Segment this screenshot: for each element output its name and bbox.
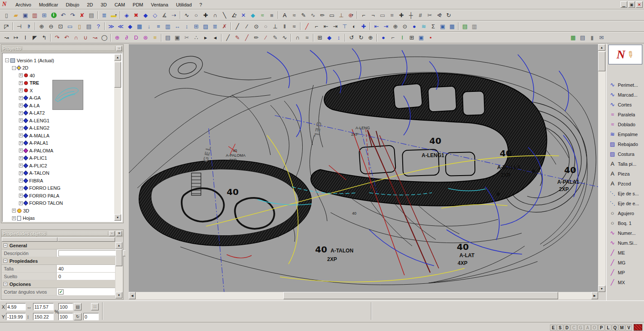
corner-open-button[interactable]: ⌐	[359, 11, 368, 20]
menu-modificar[interactable]: Modificar	[35, 1, 62, 9]
status-indicator-icon[interactable]	[634, 324, 642, 331]
zoom-in-button[interactable]: ⊕	[37, 22, 46, 31]
scroll-up-button[interactable]: ▲	[598, 44, 605, 51]
tool-cortes[interactable]: ∿Cortes	[608, 100, 643, 109]
red-line-button[interactable]: ╱	[302, 22, 312, 31]
tool-me[interactable]: ╱ME	[608, 248, 643, 258]
collapse-icon[interactable]: −	[3, 259, 7, 263]
paste-special-button[interactable]: ∴	[191, 33, 201, 42]
tool-talla-pi[interactable]: ATalla pi...	[608, 159, 643, 169]
expand-icon[interactable]: +	[19, 81, 23, 85]
tree-item-a-lat2[interactable]: +A-LAT2	[3, 109, 113, 117]
scroll-up-button[interactable]: ▲	[115, 242, 122, 249]
expand-icon[interactable]: +	[19, 201, 23, 205]
mode-m-toggle[interactable]: M	[619, 325, 625, 331]
open-folder-button[interactable]: ▰	[11, 11, 21, 20]
tool-marcad[interactable]: ∿Marcad...	[608, 90, 643, 100]
align-right-button[interactable]: ⇥	[331, 22, 340, 31]
trim-button[interactable]: ▭	[378, 11, 387, 20]
divide-button[interactable]: ┼	[406, 11, 416, 20]
scroll-thumb[interactable]	[598, 52, 605, 71]
green-beam-button[interactable]: I	[398, 33, 407, 42]
zoom-y-input[interactable]	[58, 313, 73, 320]
frame-button[interactable]: ▣	[438, 22, 447, 31]
expand-icon[interactable]: +	[19, 88, 23, 92]
point-button[interactable]: ✚	[201, 11, 210, 20]
draw-line-button[interactable]: ╱	[223, 33, 233, 42]
tree-item-2d[interactable]: -2D	[3, 64, 113, 72]
ibeam-button[interactable]: I	[21, 33, 30, 42]
arc-bottom-button[interactable]: ∪	[81, 33, 90, 42]
tree-item-3d[interactable]: +3D	[3, 207, 113, 215]
yellow-lines-button[interactable]: ≡	[150, 33, 160, 42]
horizontal-lines-button[interactable]: ≡	[154, 22, 163, 31]
tree-item-40[interactable]: +40	[3, 72, 113, 79]
spline-button[interactable]: ≈	[258, 11, 267, 20]
fit-curve-button[interactable]: ≈	[289, 22, 299, 31]
expand-icon[interactable]: +	[19, 156, 23, 160]
perpendicular-button[interactable]: ⊥	[270, 22, 280, 31]
expand-icon[interactable]: +	[19, 164, 23, 167]
angle-button[interactable]: ∢▾	[434, 11, 444, 20]
help-button[interactable]: ?	[94, 22, 103, 31]
draw-pen-button[interactable]: ✏	[252, 33, 261, 42]
freehand-button[interactable]: ∿	[308, 11, 318, 20]
mode-e-toggle[interactable]: E	[550, 325, 556, 331]
sum-button[interactable]: Σ	[428, 22, 438, 31]
zoom-step-button[interactable]: ▤	[74, 303, 82, 310]
scroll-right-button[interactable]: ▶	[591, 292, 598, 299]
expand-icon[interactable]: +	[19, 111, 23, 115]
collapse-icon[interactable]: -	[5, 58, 9, 62]
curve-approx-button[interactable]: ≈	[302, 33, 312, 42]
mode-s-toggle[interactable]: S	[557, 325, 563, 331]
width-input[interactable]	[33, 303, 54, 310]
arc-top-button[interactable]: ∩	[71, 33, 81, 42]
move-free-button[interactable]: ✚	[359, 22, 368, 31]
mode-q-toggle[interactable]: Q	[612, 325, 618, 331]
tool-paralela[interactable]: ≈Paralela	[608, 109, 643, 119]
polyline-button[interactable]: ∠▾	[229, 11, 239, 20]
close-button[interactable]: ✕	[636, 1, 643, 8]
section-propiedades[interactable]: −Propiedades	[2, 257, 115, 265]
arc-ccw-button[interactable]: ↶	[62, 33, 71, 42]
blue-circle-button[interactable]: ●	[379, 33, 388, 42]
tool-agujero[interactable]: ○Agujero	[608, 208, 643, 218]
menu-pdm[interactable]: PDM	[129, 1, 147, 9]
insert-piece-button[interactable]: ◈	[122, 11, 131, 20]
zoom-x-input[interactable]	[58, 303, 73, 310]
menu-archivo[interactable]: Archivo	[12, 1, 35, 9]
project-panel-restore-button[interactable]: ▫	[116, 46, 122, 51]
scroll-thumb[interactable]	[115, 249, 122, 266]
expand-icon[interactable]: +	[19, 126, 23, 130]
arc-button[interactable]: ∩	[210, 11, 220, 20]
expand-icon[interactable]: +	[19, 96, 23, 100]
map-arrow-button[interactable]: ↦	[11, 33, 21, 42]
ellipse-button[interactable]: ◯	[100, 33, 109, 42]
collapse-icon[interactable]: −	[3, 243, 7, 247]
mode-l-toggle[interactable]: L	[605, 325, 611, 331]
stack-button[interactable]: ≣	[210, 22, 220, 31]
tangent-circle-button[interactable]: ○	[261, 22, 270, 31]
mode-d-toggle[interactable]: D	[564, 325, 570, 331]
export-curve-button[interactable]: ⇢	[169, 11, 179, 20]
next-piece-button[interactable]: ≫	[106, 22, 116, 31]
fill-color-button[interactable]: ▬▾	[109, 11, 118, 20]
tool-boq-1[interactable]: ○Boq. 1	[608, 218, 643, 228]
extend-button[interactable]: ≡	[387, 11, 397, 20]
step-back-button[interactable]: ◂	[210, 33, 220, 42]
half-circle-button[interactable]: ◐	[349, 22, 359, 31]
zoom-out-button[interactable]: ⊖	[46, 22, 56, 31]
scissors-button[interactable]: ✂	[425, 11, 434, 20]
curve-arc-button[interactable]: ∩	[293, 33, 302, 42]
draw-edit-button[interactable]: ✎	[270, 33, 280, 42]
section-opciones[interactable]: −Opciones	[2, 280, 115, 288]
mode-v-toggle[interactable]: V	[626, 325, 632, 331]
line-button[interactable]: ╲	[220, 11, 229, 20]
draw-pencil-button[interactable]: ✎	[233, 33, 242, 42]
copy-format-button[interactable]: ▤	[87, 11, 96, 20]
canvas-horizontal-scrollbar[interactable]: ◀ ▶	[129, 292, 598, 299]
expand-icon[interactable]: +	[12, 209, 16, 213]
scroll-down-button[interactable]: ▼	[598, 285, 605, 292]
rotate-reset-button[interactable]: ↻	[74, 313, 82, 320]
arc-cw-button[interactable]: ↷	[52, 33, 62, 42]
